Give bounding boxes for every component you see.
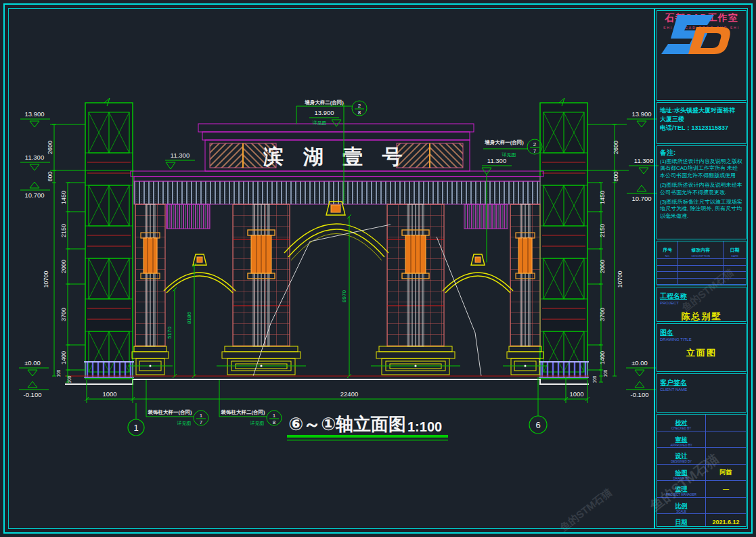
arches: [164, 202, 513, 293]
elevation-drawing: 滨 湖 壹 号: [0, 0, 756, 537]
project-label-en: PROJECT: [660, 301, 743, 305]
title-scale: 1:100: [407, 419, 442, 434]
dim-text: 3700: [60, 308, 67, 321]
elev-text: ±0.00: [631, 359, 648, 367]
row-project-manager: 监理PROJECT MANAGER —: [657, 481, 746, 498]
gate-sign-text: 滨 湖 壹 号: [263, 145, 409, 168]
dim-text: 3700: [599, 308, 606, 321]
row-designed-by: 设计DESIGNED BY: [657, 448, 746, 465]
callout-fraction: 2: [358, 103, 361, 109]
row-approved-by: 审核APPROVED BY: [657, 431, 746, 448]
elev-text: -0.100: [631, 391, 649, 398]
row-checked-by: 校对CHECKED BY: [657, 415, 746, 431]
note-3: (3)图纸所标备注尺寸以施工现场实地尺寸为准, 除注明外, 所有尺寸均以毫米做准…: [660, 199, 743, 220]
dim-text: 100: [603, 369, 608, 377]
client-label: 客户签名: [660, 379, 687, 386]
phone: 电话/TEL：13123115837: [660, 124, 743, 133]
elev-text: 10.700: [631, 195, 651, 202]
rev-row-empty: [657, 279, 746, 285]
drawing-title: ⑥～①轴立面图 1:100: [287, 414, 448, 441]
drawing-title-value: 立面图: [660, 347, 743, 359]
elev-text: 10.700: [24, 191, 44, 199]
studio-address-section: 地址:水头镇盛大厦对面裕祥 大厦三楼 电话/TEL：13123115837: [657, 102, 747, 144]
cad-sheet: 滨 湖 壹 号: [0, 0, 756, 537]
notes-title: 备注:: [660, 148, 743, 157]
callout-fraction: 7: [533, 148, 537, 154]
rev-row-empty: [657, 259, 746, 266]
dim-text: 2000: [60, 260, 67, 273]
callout-label: 装饰柱大样一(合同): [148, 409, 192, 415]
dim-text: 1400: [599, 351, 606, 365]
rev-col-desc: 修改内容DESCRIPTION: [678, 241, 724, 258]
dim-text: 10700: [43, 271, 49, 287]
address-line1: 地址:水头镇盛大厦对面裕祥: [660, 106, 743, 115]
dim-text: 2150: [599, 224, 606, 237]
elev-text: 13.900: [314, 109, 334, 116]
elev-text: 11.300: [634, 157, 653, 164]
callout-fraction: 2: [533, 141, 537, 147]
callout-see: 详见图: [502, 151, 516, 158]
row-date: 日期DATE 2021.6.12: [657, 514, 746, 527]
dim-text: 1450: [60, 191, 67, 204]
notes-section: 备注: (1)图纸所述设计内容及说明之版权属石都CAD培训工作室所有 未经本公司…: [657, 145, 747, 239]
row-drawn-by: 绘图DRAWN BY 阿酋: [657, 465, 746, 482]
drawing-title-label: 图名: [660, 329, 673, 336]
axis-bubble-right: 6: [535, 420, 540, 430]
note-2: (2)图纸所述设计内容及说明未经本公司书面允许不得擅意更改.: [660, 182, 743, 196]
dim-text: 100: [592, 375, 597, 383]
callout-fraction: 1: [273, 413, 276, 419]
dim-text: 1450: [599, 191, 606, 204]
elev-text: 11.300: [25, 154, 44, 161]
elev-text: 11.300: [171, 151, 190, 159]
dim-text: 10700: [617, 271, 623, 287]
project-label: 工程名称: [660, 292, 687, 300]
studio-logo-section: 石都CAD工作室 SHI DU CAD GONG ZUO SHI: [657, 10, 747, 101]
dim-text: 600: [47, 171, 53, 181]
drawing-title-section: 图名 DRAWING TITLE 立面图: [657, 323, 747, 372]
callout-label: 墙身大样一(合同): [484, 139, 524, 145]
title-block: 石都CAD工作室 SHI DU CAD GONG ZUO SHI 地址:水头镇盛…: [654, 9, 748, 528]
client-section: 客户签名 CLIENT NAME: [657, 373, 747, 413]
project-section: 工程名称 PROJECT 陈总别墅: [657, 287, 747, 322]
title-text: ⑥～①轴立面图: [288, 414, 406, 434]
studio-logo: [657, 11, 738, 58]
project-value: 陈总别墅: [660, 310, 743, 322]
dim-text: 100: [67, 375, 72, 383]
dim-text: 8970: [341, 290, 347, 302]
rev-row-empty: [657, 272, 746, 279]
elev-text: 11.300: [487, 157, 506, 164]
dim-text: 1000: [569, 390, 583, 398]
row-scale: 比例SCALE: [657, 498, 746, 515]
note-1: (1)图纸所述设计内容及说明之版权属石都CAD培训工作室所有 未经本公司书面允许…: [660, 158, 743, 179]
ground-line: [65, 379, 589, 384]
dim-text: 2000: [599, 260, 606, 273]
callout-fraction: 8: [273, 419, 276, 425]
elev-text: 13.900: [24, 110, 44, 118]
elev-text: -0.100: [24, 391, 42, 398]
callout-label: 装饰柱大样二(合同): [221, 409, 265, 415]
client-label-en: CLIENT NAME: [660, 388, 743, 392]
callout-fraction: 1: [200, 413, 203, 419]
dim-text: 600: [613, 171, 619, 181]
rev-row-empty: [657, 266, 746, 273]
dim-text: 100: [56, 369, 61, 377]
dim-text: 2600: [613, 141, 619, 154]
callout-label: 墙身大样二(合同): [304, 99, 344, 106]
dim-text: 2150: [60, 224, 67, 237]
dim-text: 22400: [340, 390, 358, 398]
elev-text: ±0.00: [24, 359, 41, 367]
callout-see: 详见图: [250, 420, 265, 426]
rev-col-no: 序号NO.: [657, 241, 678, 258]
dim-text: 1400: [60, 351, 67, 365]
callout-see: 详见图: [177, 420, 192, 426]
elev-text: 13.900: [631, 110, 651, 118]
signature-rows: 校对CHECKED BY 审核APPROVED BY 设计DESIGNED BY…: [657, 414, 747, 527]
revision-table: 序号NO. 修改内容DESCRIPTION 日期DATE: [657, 241, 747, 285]
dim-text: 8186: [186, 312, 192, 324]
address-line2: 大厦三楼: [660, 115, 743, 124]
dim-text: 5170: [166, 327, 173, 339]
dim-text: 1000: [102, 390, 116, 398]
axis-bubble-left: 1: [133, 423, 138, 433]
callout-fraction: 7: [200, 419, 203, 425]
callout-fraction: 8: [358, 110, 361, 116]
